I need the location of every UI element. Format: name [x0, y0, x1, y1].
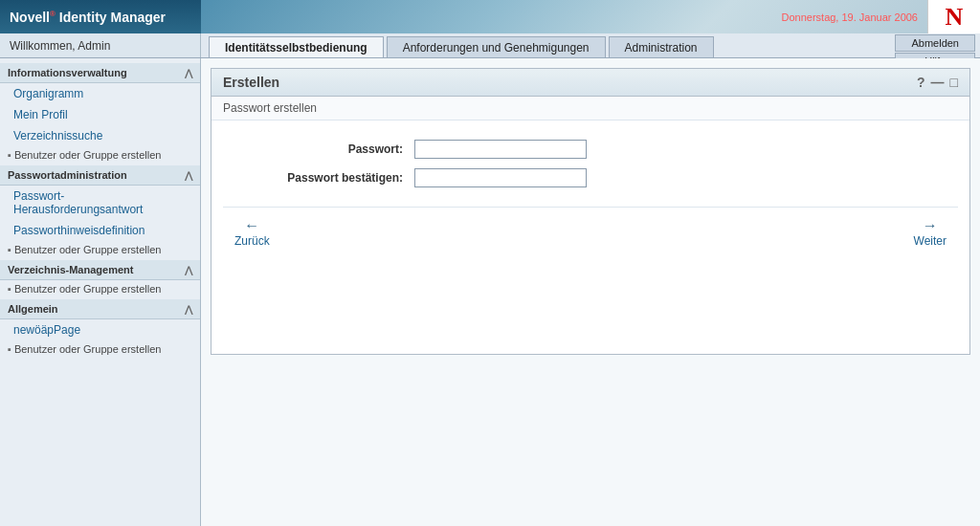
sidebar-section-title-passwort: Passwortadministration	[8, 169, 127, 181]
form-row-password: Passwort:	[223, 140, 958, 159]
back-button[interactable]: ← Zurück	[234, 217, 270, 248]
n-logo: N	[927, 0, 980, 33]
panel-title: Erstellen	[223, 75, 279, 90]
sidebar-section-informationsverwaltung: Informationsverwaltung ⋀ Organigramm Mei…	[0, 63, 200, 164]
app-product: Identity Manager	[59, 10, 166, 25]
collapse-icon-info[interactable]: ⋀	[185, 68, 192, 78]
app-name: Novell	[10, 10, 50, 25]
sidebar-item-passworthinweis[interactable]: Passworthinweisdefinition	[0, 220, 200, 241]
sidebar-sub-benutzer-2[interactable]: Benutzer oder Gruppe erstellen	[0, 280, 200, 297]
n-char: N	[946, 3, 964, 32]
tab-identitaet[interactable]: Identitätsselbstbedienung	[209, 36, 384, 57]
sidebar-section-title-allgemein: Allgemein	[8, 303, 58, 315]
back-label: Zurück	[234, 234, 270, 248]
logo-area: Novell® Identity Manager	[0, 0, 201, 33]
sidebar-section-passwort: Passwortadministration ⋀ Passwort-Heraus…	[0, 165, 200, 258]
back-arrow-icon: ←	[244, 217, 259, 234]
tab-anforderungen[interactable]: Anforderungen und Genehmigungen	[387, 36, 606, 57]
sidebar-section-header-info: Informationsverwaltung ⋀	[0, 63, 200, 83]
sidebar-sub-benutzer-0[interactable]: Benutzer oder Gruppe erstellen	[0, 146, 200, 164]
tabs-wrapper: Identitätsselbstbedienung Anforderungen …	[201, 33, 890, 57]
sidebar-section-allgemein: Allgemein ⋀ newöäpPage Benutzer oder Gru…	[0, 299, 200, 358]
sidebar-section-header-passwort: Passwortadministration ⋀	[0, 165, 200, 186]
date-display: Donnerstag, 19. Januar 2006	[782, 11, 919, 23]
minimize-icon[interactable]: —	[931, 75, 945, 90]
collapse-icon-passwort[interactable]: ⋀	[185, 170, 192, 181]
sidebar-section-title-info: Informationsverwaltung	[8, 67, 127, 78]
sidebar-item-organigramm[interactable]: Organigramm	[0, 83, 200, 104]
sidebar-section-title-verzeichnis: Verzeichnis-Management	[8, 264, 133, 275]
password-input[interactable]	[414, 140, 587, 159]
sidebar-section-header-verzeichnis: Verzeichnis-Management ⋀	[0, 260, 200, 280]
panel-header: Erstellen ? — □	[212, 69, 969, 97]
nav-row: Willkommen, Admin Identitätsselbstbedien…	[0, 33, 980, 58]
welcome-text: Willkommen, Admin	[10, 39, 110, 53]
sidebar-section-verzeichnis: Verzeichnis-Management ⋀ Benutzer oder G…	[0, 260, 200, 297]
main-layout: Informationsverwaltung ⋀ Organigramm Mei…	[0, 58, 980, 526]
maximize-icon[interactable]: □	[950, 75, 958, 90]
panel: Erstellen ? — □ Passwort erstellen Passw…	[211, 68, 970, 355]
confirm-label: Passwort bestätigen:	[223, 171, 414, 185]
help-icon[interactable]: ?	[917, 75, 925, 90]
header-row: Novell® Identity Manager Donnerstag, 19.…	[0, 0, 980, 33]
content-area: Erstellen ? — □ Passwort erstellen Passw…	[201, 58, 980, 526]
next-label: Weiter	[914, 234, 947, 248]
sidebar-section-header-allgemein: Allgemein ⋀	[0, 299, 200, 319]
confirm-input[interactable]	[414, 168, 587, 187]
panel-icons: ? — □	[917, 75, 958, 90]
collapse-icon-allgemein[interactable]: ⋀	[185, 304, 192, 315]
right-buttons: Abmelden Hilfe	[890, 33, 980, 57]
sidebar-item-mein-profil[interactable]: Mein Profil	[0, 104, 200, 125]
next-button[interactable]: → Weiter	[914, 217, 947, 248]
panel-body: Passwort: Passwort bestätigen: ← Zurück	[212, 121, 969, 276]
welcome-area: Willkommen, Admin	[0, 33, 201, 57]
next-arrow-icon: →	[923, 217, 938, 234]
form-row-confirm: Passwort bestätigen:	[223, 168, 958, 187]
sidebar: Informationsverwaltung ⋀ Organigramm Mei…	[0, 58, 201, 526]
app-logo: Novell® Identity Manager	[10, 10, 166, 25]
panel-sub-header: Passwort erstellen	[212, 97, 969, 121]
sidebar-item-verzeichnissuche[interactable]: Verzeichnissuche	[0, 125, 200, 146]
app-wrapper: Novell® Identity Manager Donnerstag, 19.…	[0, 0, 980, 526]
password-label: Passwort:	[223, 142, 414, 156]
panel-subtitle: Passwort erstellen	[223, 101, 317, 115]
sidebar-sub-benutzer-3[interactable]: Benutzer oder Gruppe erstellen	[0, 340, 200, 358]
tab-administration[interactable]: Administration	[609, 36, 714, 57]
abmelden-button[interactable]: Abmelden	[895, 34, 975, 52]
banner-area: Donnerstag, 19. Januar 2006	[201, 0, 927, 33]
collapse-icon-verzeichnis[interactable]: ⋀	[185, 265, 192, 275]
registered-mark: ®	[50, 10, 56, 18]
sidebar-sub-benutzer-1[interactable]: Benutzer oder Gruppe erstellen	[0, 241, 200, 258]
sidebar-item-passwort-herausforderung[interactable]: Passwort-Herausforderungsantwort	[0, 186, 200, 220]
panel-footer: ← Zurück → Weiter	[223, 207, 958, 257]
sidebar-item-newoeappage[interactable]: newöäpPage	[0, 319, 200, 340]
